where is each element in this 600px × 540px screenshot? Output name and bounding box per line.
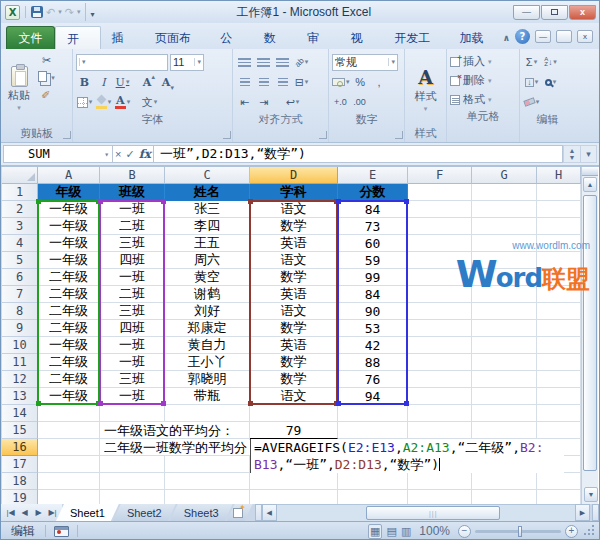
cell-E10[interactable]: 42 bbox=[338, 337, 408, 354]
column-header-D[interactable]: D bbox=[250, 167, 338, 184]
underline-button[interactable]: U bbox=[114, 74, 131, 91]
hscroll-right-icon[interactable]: ▶ bbox=[575, 504, 590, 521]
cell-H3[interactable] bbox=[537, 218, 581, 235]
horizontal-scroll-thumb[interactable]: ||| bbox=[366, 506, 500, 520]
fill-button[interactable]: ↓ bbox=[523, 74, 540, 91]
column-header-A[interactable]: A bbox=[38, 167, 100, 184]
cell-C8[interactable]: 刘好 bbox=[165, 303, 250, 320]
cell-B2[interactable]: 一班 bbox=[100, 201, 165, 218]
undo-dropdown-icon[interactable]: ▾ bbox=[58, 8, 62, 16]
sheet-tab-Sheet3[interactable]: Sheet3 bbox=[170, 504, 233, 521]
cell-D10[interactable]: 英语 bbox=[250, 337, 338, 354]
cell-D12[interactable]: 数学 bbox=[250, 371, 338, 388]
column-header-H[interactable]: H bbox=[537, 167, 581, 184]
cell-B10[interactable]: 一班 bbox=[100, 337, 165, 354]
cell-B15[interactable]: 一年级语文的平均分： bbox=[100, 422, 165, 439]
cell-A3[interactable]: 一年级 bbox=[38, 218, 100, 235]
name-box[interactable]: SUM bbox=[3, 145, 113, 163]
cell-D14[interactable] bbox=[250, 405, 338, 422]
cell-C6[interactable]: 黄空 bbox=[165, 269, 250, 286]
cell-F9[interactable] bbox=[408, 320, 472, 337]
cell-F3[interactable] bbox=[408, 218, 472, 235]
number-dialog-launcher[interactable] bbox=[395, 131, 403, 139]
cell-C10[interactable]: 黄自力 bbox=[165, 337, 250, 354]
cell-B9[interactable]: 四班 bbox=[100, 320, 165, 337]
cell-B19[interactable] bbox=[100, 490, 165, 504]
cell-E11[interactable]: 88 bbox=[338, 354, 408, 371]
cell-D3[interactable]: 数学 bbox=[250, 218, 338, 235]
align-middle-icon[interactable] bbox=[255, 54, 272, 71]
row-header-10[interactable]: 10 bbox=[2, 337, 38, 354]
cell-A4[interactable]: 一年级 bbox=[38, 235, 100, 252]
row-header-15[interactable]: 15 bbox=[2, 422, 38, 439]
restore-button[interactable] bbox=[541, 5, 568, 20]
cell-D11[interactable]: 数学 bbox=[250, 354, 338, 371]
row-header-3[interactable]: 3 bbox=[2, 218, 38, 235]
cell-B1[interactable]: 班级 bbox=[100, 184, 165, 201]
align-right-icon[interactable] bbox=[274, 74, 291, 91]
cell-C19[interactable] bbox=[165, 490, 250, 504]
grow-font-button[interactable]: A▲ bbox=[141, 74, 158, 91]
formula-input[interactable]: 一班”,D2:D13,“数学”) bbox=[154, 145, 563, 163]
cell-H12[interactable] bbox=[537, 371, 581, 388]
cell-B16[interactable]: 二年级一班数学的平均分： bbox=[100, 439, 165, 456]
cell-D19[interactable] bbox=[250, 490, 338, 504]
font-color-button[interactable]: A bbox=[114, 94, 131, 111]
split-handle[interactable] bbox=[582, 167, 598, 176]
excel-app-icon[interactable]: X bbox=[5, 5, 20, 20]
zoom-slider-thumb[interactable] bbox=[518, 526, 522, 537]
cell-D2[interactable]: 语文 bbox=[250, 201, 338, 218]
cell-E19[interactable] bbox=[338, 490, 408, 504]
cell-F10[interactable] bbox=[408, 337, 472, 354]
cell-D9[interactable]: 数学 bbox=[250, 320, 338, 337]
cell-A2[interactable]: 一年级 bbox=[38, 201, 100, 218]
cell-E18[interactable] bbox=[338, 473, 408, 490]
cell-A8[interactable]: 二年级 bbox=[38, 303, 100, 320]
cell-H11[interactable] bbox=[537, 354, 581, 371]
cell-A6[interactable]: 二年级 bbox=[38, 269, 100, 286]
delete-cells-button[interactable]: 删除▾ bbox=[450, 71, 516, 90]
alignment-dialog-launcher[interactable] bbox=[319, 131, 327, 139]
cell-A10[interactable]: 一年级 bbox=[38, 337, 100, 354]
align-left-icon[interactable] bbox=[236, 74, 253, 91]
cell-A17[interactable] bbox=[38, 456, 100, 473]
zoom-level[interactable]: 100% bbox=[419, 524, 450, 538]
cell-F14[interactable] bbox=[408, 405, 472, 422]
tab-加载项[interactable]: 加载项 bbox=[448, 26, 502, 49]
last-sheet-icon[interactable]: ▶| bbox=[46, 508, 59, 517]
workbook-close-button[interactable]: x bbox=[577, 30, 593, 43]
tab-页面布局[interactable]: 页面布局 bbox=[144, 26, 209, 49]
cell-A14[interactable] bbox=[38, 405, 100, 422]
cell-C17[interactable] bbox=[165, 456, 250, 473]
cell-H15[interactable] bbox=[537, 422, 581, 439]
row-header-8[interactable]: 8 bbox=[2, 303, 38, 320]
customize-qat-icon[interactable] bbox=[85, 3, 94, 21]
font-name-combobox[interactable] bbox=[76, 54, 168, 71]
tab-数据[interactable]: 数据 bbox=[253, 26, 297, 49]
cell-G19[interactable] bbox=[472, 490, 537, 504]
cell-E4[interactable]: 60 bbox=[338, 235, 408, 252]
find-select-button[interactable] bbox=[542, 74, 559, 91]
collapse-ribbon-icon[interactable] bbox=[503, 27, 510, 45]
zoom-in-icon[interactable]: + bbox=[565, 525, 578, 538]
cell-G14[interactable] bbox=[472, 405, 537, 422]
number-format-combobox[interactable]: 常规 bbox=[332, 54, 398, 71]
cell-F11[interactable] bbox=[408, 354, 472, 371]
wrap-text-icon[interactable]: ↩ bbox=[284, 94, 301, 111]
paste-button[interactable]: 粘贴 ▾ bbox=[4, 52, 34, 126]
cell-D4[interactable]: 英语 bbox=[250, 235, 338, 252]
decrease-decimal-icon[interactable]: .00 bbox=[351, 94, 368, 111]
cell-G9[interactable] bbox=[472, 320, 537, 337]
borders-button[interactable] bbox=[76, 94, 93, 111]
row-header-19[interactable]: 19 bbox=[2, 490, 38, 504]
cell-F2[interactable] bbox=[408, 201, 472, 218]
cell-A13[interactable]: 一年级 bbox=[38, 388, 100, 405]
enter-icon[interactable]: ✓ bbox=[125, 148, 134, 161]
cell-G10[interactable] bbox=[472, 337, 537, 354]
cell-A15[interactable] bbox=[38, 422, 100, 439]
row-header-6[interactable]: 6 bbox=[2, 269, 38, 286]
cell-H1[interactable] bbox=[537, 184, 581, 201]
scroll-up-icon[interactable]: ▲ bbox=[583, 177, 597, 192]
formula-bar-spinner[interactable]: ▲▼ bbox=[563, 145, 581, 163]
cell-H10[interactable] bbox=[537, 337, 581, 354]
